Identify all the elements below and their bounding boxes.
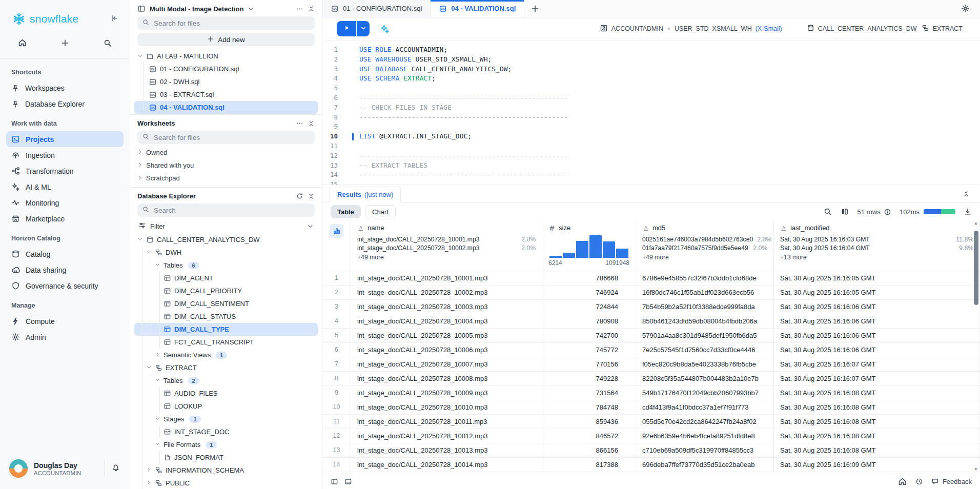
- table-row[interactable]: 5 int_stage_doc/CALL_20250728_10005.mp3 …: [322, 329, 980, 343]
- new-tab-button[interactable]: [524, 0, 546, 17]
- run-options-button[interactable]: [357, 21, 370, 36]
- db-tree-item-dim-call-type[interactable]: DIM_CALL_TYPE: [134, 323, 318, 336]
- scroll-down-arrow[interactable]: ▼: [974, 467, 978, 473]
- chevron-down-icon[interactable]: [248, 6, 254, 12]
- db-tree-item-dwh[interactable]: DWH: [134, 246, 318, 259]
- table-row[interactable]: 1 int_stage_doc/CALL_20250728_10001.mp3 …: [322, 271, 980, 286]
- column-header-name[interactable]: Anameint_stage_doc/CALL_20250728_10001.m…: [351, 220, 542, 271]
- size-histogram[interactable]: [548, 235, 629, 258]
- column-stat-more[interactable]: +49 more: [642, 254, 767, 261]
- notifications-button[interactable]: [111, 463, 120, 474]
- table-row[interactable]: 9 int_stage_doc/CALL_20250728_10009.mp3 …: [322, 386, 980, 400]
- file-tree-item-04-validation-sql[interactable]: SQL04 - VALIDATION.sql: [134, 101, 318, 114]
- column-stat-more[interactable]: +13 more: [780, 254, 973, 261]
- database-selector[interactable]: CALL_CENTER_ANALYTICS_DW: [807, 24, 917, 33]
- sidebar-item-admin[interactable]: Admin: [6, 329, 124, 345]
- files-panel-menu-button[interactable]: [296, 5, 303, 13]
- db-tree-item-lookup[interactable]: LOOKUP: [134, 400, 318, 413]
- role-selector[interactable]: ACCOUNTADMIN: [600, 24, 663, 34]
- file-tree-item-01-configuration-sql[interactable]: SQL01 - CONFIGURATION.sql: [134, 63, 318, 75]
- scrollbar-track[interactable]: [974, 227, 978, 467]
- home-icon[interactable]: [897, 477, 907, 486]
- worksheets-group-scratchpad[interactable]: Scratchpad: [134, 172, 318, 185]
- columns-toggle-button[interactable]: [841, 208, 849, 216]
- db-tree-item-stages[interactable]: Stages1: [134, 413, 318, 425]
- snowflake-logo[interactable]: snowflake: [12, 12, 78, 26]
- table-row[interactable]: 10 int_stage_doc/CALL_20250728_10010.mp3…: [322, 400, 980, 415]
- code-line[interactable]: 2USE WAREHOUSE USER_STD_XSMALL_WH;: [322, 55, 980, 65]
- results-collapse-button[interactable]: [963, 190, 970, 197]
- code-line[interactable]: 7-- CHECK FILES IN STAGE: [322, 103, 980, 113]
- run-button[interactable]: [337, 21, 370, 36]
- user-menu[interactable]: Douglas Day ACCOUNTADMIN: [0, 451, 130, 489]
- table-row[interactable]: 11 int_stage_doc/CALL_20250728_10011.mp3…: [322, 415, 980, 429]
- code-line[interactable]: 8---------------------------------------…: [322, 113, 980, 123]
- db-tree-item-file-formats[interactable]: File Formats1: [134, 438, 318, 451]
- code-line[interactable]: 11: [322, 141, 980, 151]
- view-table-button[interactable]: Table: [331, 205, 361, 218]
- code-line[interactable]: 3USE DATABASE CALL_CENTER_ANALYTICS_DW;: [322, 65, 980, 74]
- db-tree-item-int-stage-doc[interactable]: INT_STAGE_DOC: [134, 425, 318, 438]
- view-chart-button[interactable]: Chart: [365, 205, 396, 218]
- files-panel-title[interactable]: Multi Modal - Image Detection: [150, 5, 243, 13]
- info-icon[interactable]: [884, 208, 891, 216]
- filter-row[interactable]: Filter: [130, 219, 322, 233]
- code-line[interactable]: 9: [322, 122, 980, 132]
- column-stat-more[interactable]: +49 more: [357, 254, 536, 261]
- db-tree-item-information-schema[interactable]: INFORMATION_SCHEMA: [134, 464, 318, 477]
- files-search[interactable]: [137, 16, 315, 30]
- sidebar-item-projects[interactable]: Projects: [6, 131, 124, 147]
- column-stats-toggle-button[interactable]: [330, 224, 343, 238]
- layout-bottom-toggle-button[interactable]: [344, 478, 352, 485]
- table-row[interactable]: 2 int_stage_doc/CALL_20250728_10002.mp3 …: [322, 286, 980, 300]
- table-row[interactable]: 12 int_stage_doc/CALL_20250728_10012.mp3…: [322, 429, 980, 443]
- column-header-md5[interactable]: Amd50025161ae746003a7984d5b602763ce02.0%…: [636, 220, 774, 271]
- db-explorer-collapse-button[interactable]: [308, 193, 315, 200]
- db-tree-item-dim-call-priority[interactable]: DIM_CALL_PRIORITY: [134, 284, 318, 297]
- refresh-icon[interactable]: [296, 192, 303, 200]
- sidebar-item-data-sharing[interactable]: Data sharing: [6, 262, 124, 278]
- add-new-button[interactable]: Add new: [137, 33, 315, 46]
- sidebar-item-database-explorer[interactable]: Database Explorer: [6, 96, 124, 112]
- db-tree-item-json-format[interactable]: JSON_FORMAT: [134, 451, 318, 464]
- table-row[interactable]: 6 int_stage_doc/CALL_20250728_10006.mp3 …: [322, 343, 980, 357]
- query-duration[interactable]: 102ms: [900, 208, 955, 216]
- new-button[interactable]: [60, 38, 70, 50]
- worksheets-search-input[interactable]: [154, 134, 310, 141]
- db-tree-item-audio-files[interactable]: AUDIO_FILES: [134, 387, 318, 400]
- column-header-last_modified[interactable]: Alast_modifiedSat, 30 Aug 2025 16:16:03 …: [774, 220, 980, 271]
- settings-gear-button[interactable]: [961, 0, 980, 17]
- home-button[interactable]: [17, 38, 27, 50]
- file-tree-item-03-extract-sql[interactable]: SQL03 - EXTRACT.sql: [134, 88, 318, 101]
- db-search[interactable]: [137, 203, 315, 217]
- db-tree-item-semantic-views[interactable]: Semantic Views1: [134, 349, 318, 361]
- copilot-sparkle-button[interactable]: [380, 24, 390, 34]
- worksheets-group-shared-with-you[interactable]: Shared with you: [134, 159, 318, 172]
- files-panel-collapse-button[interactable]: [308, 5, 315, 12]
- db-tree-item-fct-call-transcript[interactable]: FCT_CALL_TRANSCRIPT: [134, 336, 318, 349]
- db-tree-item-dim-call-sentiment[interactable]: DIM_CALL_SENTIMENT: [134, 297, 318, 310]
- sidebar-item-workspaces[interactable]: Workspaces: [6, 80, 124, 96]
- table-row[interactable]: 14 int_stage_doc/CALL_20250728_10014.mp3…: [322, 458, 980, 472]
- table-row[interactable]: 13 int_stage_doc/CALL_20250728_10013.mp3…: [322, 443, 980, 458]
- db-tree-item-extract[interactable]: EXTRACT: [134, 361, 318, 374]
- sidebar-item-monitoring[interactable]: Monitoring: [6, 195, 124, 211]
- code-line[interactable]: 12--------------------------------------…: [322, 151, 980, 161]
- worksheets-menu-button[interactable]: [296, 119, 303, 127]
- table-row[interactable]: 7 int_stage_doc/CALL_20250728_10007.mp3 …: [322, 357, 980, 372]
- db-tree-item-call-center-analytics-dw[interactable]: CALL_CENTER_ANALYTICS_DW: [134, 233, 318, 246]
- db-tree-item-dim-agent[interactable]: DIM_AGENT: [134, 272, 318, 284]
- sidebar-item-governance-security[interactable]: Governance & security: [6, 278, 124, 294]
- code-line[interactable]: 1USE ROLE ACCOUNTADMIN;: [322, 45, 980, 55]
- sidebar-item-compute[interactable]: Compute: [6, 313, 124, 329]
- db-tree-item-public[interactable]: PUBLIC: [134, 477, 318, 489]
- editor-tab-04-validation-sql[interactable]: SQL04 - VALIDATION.sql: [431, 0, 524, 17]
- sidebar-item-ingestion[interactable]: Ingestion: [6, 147, 124, 163]
- sidebar-item-marketplace[interactable]: Marketplace: [6, 211, 124, 227]
- db-search-input[interactable]: [154, 207, 310, 214]
- code-line[interactable]: 14--------------------------------------…: [322, 170, 980, 180]
- table-scrollbar[interactable]: ▲ ▼: [973, 221, 979, 473]
- code-line[interactable]: 10LIST @EXTRACT.INT_STAGE_DOC;: [322, 132, 980, 141]
- sql-editor[interactable]: 1USE ROLE ACCOUNTADMIN;2USE WAREHOUSE US…: [322, 40, 980, 185]
- db-tree-item-tables[interactable]: Tables2: [134, 374, 318, 387]
